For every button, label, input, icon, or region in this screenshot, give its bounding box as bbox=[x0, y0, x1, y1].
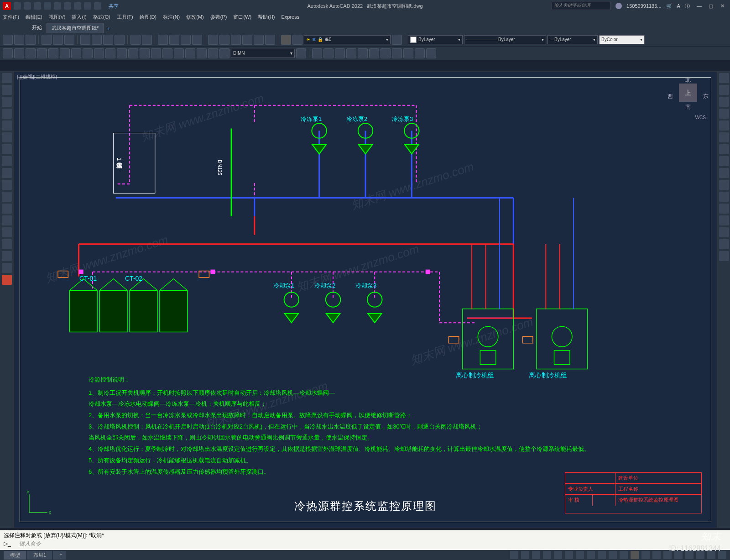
mirror2-icon[interactable] bbox=[719, 168, 729, 178]
menu-file[interactable]: 文件(F) bbox=[3, 14, 19, 21]
pan2-icon[interactable] bbox=[719, 85, 729, 95]
tab-start[interactable]: 开始 bbox=[27, 23, 47, 33]
dimstyle-mgr-icon[interactable] bbox=[296, 48, 306, 58]
region-icon[interactable] bbox=[2, 251, 12, 261]
tolerance-icon[interactable] bbox=[151, 48, 161, 58]
polygon-icon[interactable] bbox=[2, 109, 12, 119]
array2-icon[interactable] bbox=[719, 192, 729, 202]
cut-icon[interactable] bbox=[80, 35, 90, 45]
qat-save-icon[interactable] bbox=[34, 2, 41, 10]
open-icon[interactable] bbox=[14, 35, 24, 45]
dim-baseline-icon[interactable] bbox=[105, 48, 115, 58]
point-icon[interactable] bbox=[2, 215, 12, 225]
osnap-icon[interactable] bbox=[565, 551, 573, 559]
offset-icon[interactable] bbox=[369, 48, 379, 58]
dim-jogged-icon[interactable] bbox=[60, 48, 70, 58]
arc-icon[interactable] bbox=[2, 132, 12, 142]
move2-icon[interactable] bbox=[719, 204, 729, 214]
qat-plot-icon[interactable] bbox=[74, 2, 81, 10]
viewcube-north[interactable]: 北 bbox=[685, 76, 691, 84]
ucs-icon[interactable]: X Y bbox=[25, 490, 52, 517]
copy2-icon[interactable] bbox=[719, 156, 729, 166]
close-button[interactable]: ✕ bbox=[717, 3, 727, 9]
scale-icon[interactable] bbox=[346, 48, 356, 58]
tab-layout1[interactable]: 布局1 bbox=[27, 551, 53, 560]
minimize-button[interactable]: — bbox=[694, 3, 704, 9]
layer-tools-icon[interactable] bbox=[392, 35, 402, 45]
menu-express[interactable]: Express bbox=[281, 14, 299, 20]
table-icon[interactable] bbox=[2, 263, 12, 273]
workspace-icon[interactable] bbox=[631, 551, 639, 559]
match-icon[interactable] bbox=[115, 35, 125, 45]
palette-icon[interactable] bbox=[231, 35, 241, 45]
preview-icon[interactable] bbox=[53, 35, 63, 45]
menu-edit[interactable]: 编辑(E) bbox=[26, 14, 42, 21]
model-space-canvas[interactable]: [-][俯视][二维线框] 知末网 www.znzmo.com 知末网 www.… bbox=[14, 71, 717, 528]
menu-dim[interactable]: 标注(N) bbox=[163, 14, 180, 21]
layer-selector[interactable]: ☀❄🔒 🖶 0 ▾ bbox=[304, 35, 391, 44]
trim2-icon[interactable] bbox=[719, 251, 729, 261]
xline-icon[interactable] bbox=[2, 85, 12, 95]
dimstyle-selector[interactable]: DIMN▾ bbox=[231, 49, 295, 58]
annomonitor-icon[interactable] bbox=[641, 551, 650, 559]
new-tab-button[interactable]: + bbox=[104, 25, 114, 33]
gradient-icon[interactable] bbox=[2, 239, 12, 249]
block-insert-icon[interactable] bbox=[2, 192, 12, 202]
ellipse-icon[interactable] bbox=[2, 168, 12, 178]
dim-angular-icon[interactable] bbox=[83, 48, 93, 58]
snap-icon[interactable] bbox=[532, 551, 540, 559]
line-icon[interactable] bbox=[2, 73, 12, 83]
mirror-icon[interactable] bbox=[358, 48, 368, 58]
menu-insert[interactable]: 插入(I) bbox=[72, 14, 86, 21]
circle-icon[interactable] bbox=[2, 144, 12, 154]
offset2-icon[interactable] bbox=[719, 180, 729, 190]
document-tabs[interactable]: 开始 武汉某超市空调图纸* + bbox=[0, 22, 730, 33]
units-icon[interactable] bbox=[652, 551, 661, 559]
move-icon[interactable] bbox=[312, 48, 322, 58]
ellipse-arc-icon[interactable] bbox=[2, 180, 12, 190]
block-make-icon[interactable] bbox=[2, 204, 12, 214]
pan-icon[interactable] bbox=[158, 35, 168, 45]
dim-edit-icon[interactable] bbox=[197, 48, 207, 58]
explode-icon[interactable] bbox=[426, 48, 436, 58]
spline-icon[interactable] bbox=[2, 156, 12, 166]
markup-icon[interactable] bbox=[254, 35, 264, 45]
showmotion-icon[interactable] bbox=[719, 132, 729, 142]
grid-icon[interactable] bbox=[521, 551, 529, 559]
otrack-icon[interactable] bbox=[576, 551, 584, 559]
qat-saveas-icon[interactable] bbox=[44, 2, 51, 10]
dim-tedit-icon[interactable] bbox=[208, 48, 218, 58]
maximize-button[interactable]: ▢ bbox=[706, 3, 716, 9]
qat-cloud-save-icon[interactable] bbox=[64, 2, 71, 10]
dim-linear-icon[interactable] bbox=[3, 48, 13, 58]
standard-toolbar[interactable]: ☀❄🔒 🖶 0 ▾ ByLayer▾ ——————— ByLayer▾ — By… bbox=[0, 33, 730, 47]
qat-cloud-open-icon[interactable] bbox=[54, 2, 61, 10]
zoom-prev-icon[interactable] bbox=[192, 35, 202, 45]
zoom-icon[interactable] bbox=[169, 35, 179, 45]
props-icon[interactable] bbox=[208, 35, 218, 45]
new-icon[interactable] bbox=[3, 35, 13, 45]
viewcube-east[interactable]: 东 bbox=[703, 93, 709, 100]
undo-icon[interactable] bbox=[130, 35, 141, 45]
redo-icon[interactable] bbox=[142, 35, 152, 45]
status-bar[interactable]: 模型 布局1 + bbox=[0, 550, 730, 560]
save-icon[interactable] bbox=[26, 35, 36, 45]
menu-tools[interactable]: 工具(T) bbox=[117, 14, 133, 21]
fullnav-icon[interactable] bbox=[719, 73, 729, 83]
dim-break-icon[interactable] bbox=[140, 48, 150, 58]
cart-icon[interactable]: 🛒 bbox=[666, 3, 673, 9]
menu-param[interactable]: 参数(P) bbox=[210, 14, 227, 21]
transparency-icon[interactable] bbox=[598, 551, 606, 559]
dim-jogline-icon[interactable] bbox=[185, 48, 195, 58]
scale2-icon[interactable] bbox=[719, 227, 729, 237]
menu-draw[interactable]: 绘图(D) bbox=[140, 14, 156, 21]
rotate2-icon[interactable] bbox=[719, 215, 729, 225]
dim-update-icon[interactable] bbox=[219, 48, 229, 58]
plotstyle-selector[interactable]: ByColor▾ bbox=[599, 35, 645, 44]
dim-diameter-icon[interactable] bbox=[71, 48, 81, 58]
tab-model[interactable]: 模型 bbox=[4, 551, 27, 560]
menu-format[interactable]: 格式(O) bbox=[93, 14, 110, 21]
erase-icon[interactable] bbox=[719, 144, 729, 154]
menu-view[interactable]: 视图(V) bbox=[49, 14, 66, 21]
dim-ordinate-icon[interactable] bbox=[37, 48, 47, 58]
